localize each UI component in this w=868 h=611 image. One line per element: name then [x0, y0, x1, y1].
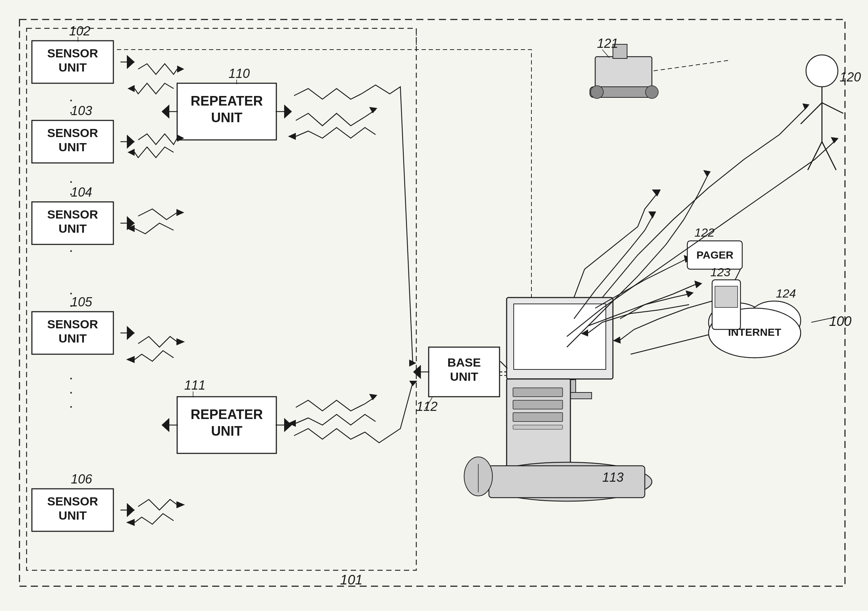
svg-point-122 — [806, 55, 838, 87]
diagram-container: 100 101 SENSOR UNIT 102 SENSOR UNIT · · … — [0, 0, 868, 611]
svg-text:·: · — [69, 398, 73, 414]
svg-text:113: 113 — [602, 470, 623, 484]
svg-rect-71 — [514, 304, 606, 370]
svg-text:121: 121 — [597, 36, 618, 51]
svg-point-114 — [645, 86, 658, 99]
svg-text:104: 104 — [71, 185, 92, 200]
svg-text:124: 124 — [776, 286, 796, 300]
svg-text:·: · — [69, 370, 73, 385]
svg-text:UNIT: UNIT — [59, 60, 87, 74]
svg-text:·: · — [69, 297, 73, 313]
svg-text:REPEATER: REPEATER — [191, 93, 263, 108]
svg-text:BASE: BASE — [448, 356, 481, 369]
svg-text:SENSOR: SENSOR — [47, 495, 98, 508]
svg-text:123: 123 — [710, 265, 730, 279]
svg-text:106: 106 — [71, 472, 93, 486]
svg-text:111: 111 — [184, 378, 206, 393]
svg-text:·: · — [69, 384, 73, 399]
svg-rect-75 — [513, 388, 563, 397]
svg-text:110: 110 — [228, 66, 250, 81]
svg-rect-77 — [513, 413, 563, 421]
svg-text:UNIT: UNIT — [59, 509, 87, 522]
svg-rect-76 — [513, 400, 563, 409]
svg-text:UNIT: UNIT — [59, 222, 87, 235]
ref-100: 100 — [829, 314, 851, 329]
svg-text:UNIT: UNIT — [450, 370, 478, 383]
svg-rect-78 — [513, 425, 563, 429]
svg-text:105: 105 — [71, 295, 93, 309]
svg-text:103: 103 — [71, 104, 92, 118]
svg-text:102: 102 — [69, 24, 90, 38]
ref-101: 101 — [340, 572, 363, 587]
svg-text:REPEATER: REPEATER — [191, 407, 263, 422]
svg-text:UNIT: UNIT — [211, 424, 243, 438]
svg-text:120: 120 — [840, 70, 861, 84]
svg-text:UNIT: UNIT — [211, 110, 243, 125]
svg-text:UNIT: UNIT — [59, 140, 87, 154]
svg-text:SENSOR: SENSOR — [47, 46, 98, 60]
svg-text:·: · — [69, 242, 73, 258]
svg-rect-119 — [715, 286, 738, 308]
svg-text:PAGER: PAGER — [696, 249, 734, 261]
svg-text:SENSOR: SENSOR — [47, 317, 98, 331]
svg-text:SENSOR: SENSOR — [47, 126, 98, 139]
svg-text:SENSOR: SENSOR — [47, 207, 98, 221]
svg-text:UNIT: UNIT — [59, 331, 87, 345]
svg-point-113 — [591, 86, 603, 99]
